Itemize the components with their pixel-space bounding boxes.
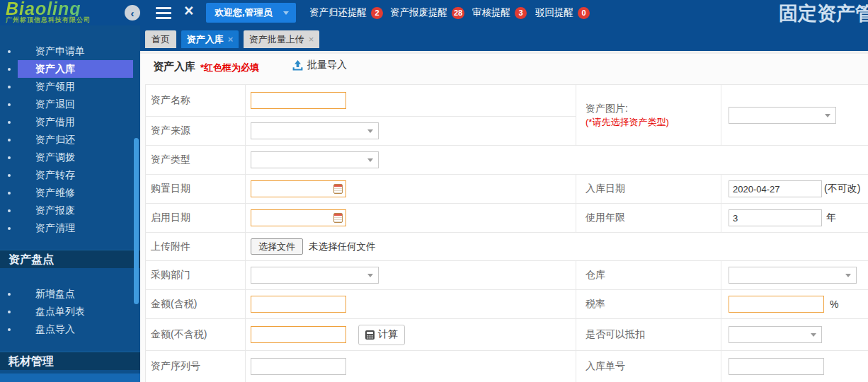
bullet-icon (8, 192, 11, 195)
app-logo: Biaoling 广州标顶信息科技有限公司 (6, 1, 125, 23)
sidebar-item-inventory-import[interactable]: 盘点导入 (0, 320, 140, 338)
form-row: 资产来源 (146, 117, 576, 146)
sidebar-item-asset-transfer[interactable]: 资产调拨 (0, 149, 140, 166)
form-row: 购置日期 (146, 175, 576, 204)
logo-text: Biaoling (6, 1, 125, 16)
field-label: 资产来源 (146, 117, 246, 145)
inbound-order-number-input[interactable] (729, 358, 824, 375)
asset-type-select[interactable] (251, 151, 379, 168)
user-dropdown[interactable]: 欢迎您,管理员 (206, 3, 296, 23)
main-content: 资产入库 *红色框为必填 批量导入 资产名称 资产来源 资产类型 购置日期 (140, 51, 868, 382)
asset-image-select[interactable] (729, 107, 836, 124)
form-row: 入库日期 (不可改) (576, 175, 868, 204)
amount-with-tax-input[interactable] (251, 296, 346, 313)
nav-return-reminder[interactable]: 资产归还提醒 2 (309, 0, 383, 25)
field-label: 是否可以抵扣 (576, 319, 721, 350)
close-tab-icon[interactable]: × (309, 35, 314, 44)
no-file-note: 未选择任何文件 (309, 241, 376, 253)
sidebar: 资产申请单 资产入库 资产领用 资产退回 资产借用 资产归还 资产调拨 资产转存… (0, 25, 140, 382)
nav-reject-reminder[interactable]: 驳回提醒 0 (535, 0, 590, 25)
sidebar-item-asset-scrap[interactable]: 资产报废 (0, 202, 140, 219)
asset-source-select[interactable] (251, 122, 379, 139)
sidebar-item-asset-borrow[interactable]: 资产借用 (0, 113, 140, 131)
form-row: 资产序列号 (146, 351, 576, 382)
sidebar-item-asset-request[interactable]: 资产申请单 (0, 42, 140, 60)
form-row: 采购部门 (146, 261, 576, 290)
field-label: 入库日期 (576, 175, 721, 203)
tab-home[interactable]: 首页 (145, 30, 176, 48)
upload-icon (292, 59, 304, 71)
serial-number-input[interactable] (251, 358, 346, 375)
chevron-down-icon (283, 11, 289, 15)
calendar-icon[interactable] (333, 184, 343, 194)
form-row: 上传附件 选择文件 未选择任何文件 (146, 233, 576, 261)
field-label: 入库单号 (576, 351, 721, 382)
sidebar-section-consumables[interactable]: 耗材管理 (0, 352, 140, 370)
bullet-icon (8, 139, 11, 141)
warehouse-select[interactable] (729, 267, 857, 284)
tab-bar: 首页 资产入库 × 资产批量上传 × (140, 25, 868, 51)
sidebar-item-asset-giveback[interactable]: 资产归还 (0, 131, 140, 149)
bullet-icon (8, 50, 11, 53)
tab-asset-inbound[interactable]: 资产入库 × (181, 30, 239, 48)
field-label: 启用日期 (146, 204, 246, 232)
amount-without-tax-input[interactable] (251, 326, 346, 343)
readonly-note: (不可改) (824, 183, 860, 195)
useful-life-input[interactable] (729, 209, 822, 226)
sidebar-item-asset-use[interactable]: 资产领用 (0, 78, 140, 96)
bullet-icon (8, 103, 11, 106)
close-tab-icon[interactable]: × (228, 35, 234, 44)
field-label: 资产类型 (146, 146, 246, 174)
deductible-select[interactable] (729, 326, 822, 343)
calendar-icon[interactable] (333, 213, 343, 223)
calculator-icon (365, 330, 375, 340)
menu-icon[interactable] (156, 7, 171, 22)
form-row-empty (576, 233, 868, 261)
unit-label: 年 (826, 212, 836, 224)
bullet-icon (8, 121, 11, 124)
purchase-date-input[interactable] (251, 180, 346, 197)
tax-rate-input[interactable] (729, 296, 824, 313)
field-label: 使用年限 (576, 204, 721, 232)
field-note: (*请先选择资产类型) (586, 115, 669, 129)
tab-batch-upload[interactable]: 资产批量上传 × (244, 30, 319, 48)
form-right-column: 资产图片: (*请先选择资产类型) 入库日期 (不可改) 使用年限 年 (576, 85, 868, 382)
bullet-icon (8, 328, 11, 331)
sidebar-item-asset-clean[interactable]: 资产清理 (0, 219, 140, 237)
sidebar-item-asset-store[interactable]: 资产转存 (0, 166, 140, 184)
sidebar-item-asset-inbound[interactable]: 资产入库 (0, 60, 140, 78)
close-icon[interactable]: × (184, 1, 193, 21)
form-row: 启用日期 (146, 204, 576, 233)
nav-audit-reminder[interactable]: 审核提醒 3 (472, 0, 527, 25)
page-title: 资产入库 (153, 60, 195, 74)
field-label: 采购部门 (146, 261, 246, 289)
form-row-empty (576, 146, 868, 175)
logo-subtitle: 广州标顶信息科技有限公司 (6, 16, 125, 23)
notification-badge: 28 (452, 7, 464, 19)
asset-name-input[interactable] (251, 92, 346, 109)
sidebar-item-inventory-list[interactable]: 盘点单列表 (0, 303, 140, 320)
sidebar-item-asset-repair[interactable]: 资产维修 (0, 184, 140, 202)
welcome-label: 欢迎您,管理员 (215, 6, 273, 19)
bullet-icon (8, 209, 11, 212)
enable-date-input[interactable] (251, 209, 346, 226)
bullet-icon (8, 311, 11, 313)
chevron-down-icon (845, 274, 851, 277)
sidebar-item-new-inventory[interactable]: 新增盘点 (0, 285, 140, 303)
bullet-icon (8, 156, 11, 159)
sidebar-scrollbar[interactable] (134, 138, 139, 304)
choose-file-button[interactable]: 选择文件 (251, 238, 303, 255)
sidebar-item-asset-return-goods[interactable]: 资产退回 (0, 96, 140, 113)
nav-scrap-reminder[interactable]: 资产报废提醒 28 (390, 0, 464, 25)
field-label: 资产名称 (146, 85, 246, 116)
content-top-strip (140, 51, 868, 54)
purchase-dept-select[interactable] (251, 267, 379, 284)
form-row: 金额(含税) (146, 290, 576, 319)
collapse-sidebar-button[interactable]: ‹ (125, 5, 140, 21)
inbound-date-input[interactable] (729, 180, 822, 197)
sidebar-section-inventory[interactable]: 资产盘点 (0, 250, 140, 268)
batch-import-button[interactable]: 批量导入 (292, 59, 347, 71)
calculate-button[interactable]: 计算 (358, 325, 405, 345)
chevron-down-icon (367, 274, 373, 277)
field-label: 金额(含税) (146, 290, 246, 318)
